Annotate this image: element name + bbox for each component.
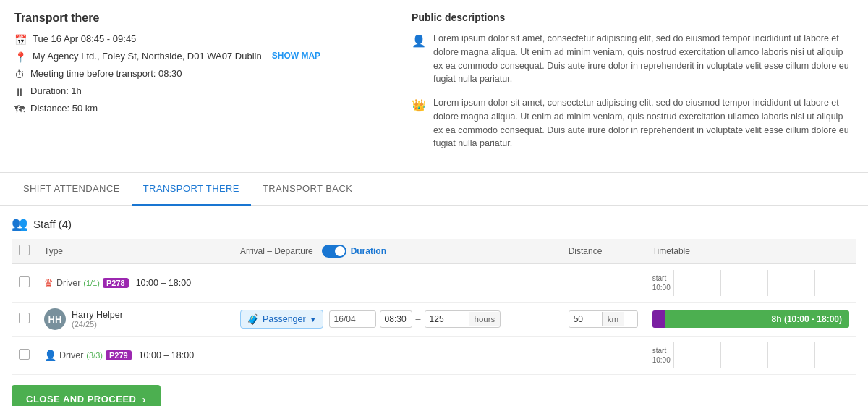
public-descriptions: Public descriptions 👤 Lorem ipsum dolor … [412, 12, 854, 161]
green-bar-segment: 8h (10:00 - 18:00) [665, 310, 849, 328]
harry-sub: (24/25) [72, 320, 123, 329]
row3-checkbox[interactable] [19, 349, 30, 360]
toggle-knob [335, 246, 345, 256]
col-checkbox [12, 239, 37, 264]
divider-2 [720, 270, 721, 296]
arrival-toggle-wrap: Arrival – Departure Duration [240, 245, 554, 258]
transport-date-row: 📅 Tue 16 Apr 08:45 - 09:45 [14, 33, 383, 46]
driver-badge-1: ♛ Driver (1/1) P278 10:00 – 18:00 [44, 277, 191, 289]
staff-group-icon: 👥 [12, 216, 27, 232]
tab-shift-attendance[interactable]: SHIFT ATTENDANCE [12, 173, 132, 206]
transport-date: Tue 16 Apr 08:45 - 09:45 [33, 33, 136, 44]
passenger-label: Passenger [263, 314, 306, 324]
row3-checkbox-cell [12, 337, 37, 375]
duration-input[interactable] [425, 311, 469, 327]
passenger-select[interactable]: 🧳 Passenger ▼ [240, 310, 323, 329]
table-row: 👤 Driver (3/3) P279 10:00 – 18:00 [12, 337, 856, 375]
divider-r3-2 [720, 342, 721, 368]
suitcase-icon: 🧳 [247, 313, 259, 325]
duration-input-wrap: hours [425, 310, 501, 328]
duration-icon: ⏸ [14, 86, 25, 98]
row2-checkbox[interactable] [19, 313, 30, 323]
transport-location-row: 📍 My Agency Ltd., Foley St, Northside, D… [14, 51, 383, 63]
duration-toggle[interactable] [322, 245, 346, 258]
divider-r3-1 [673, 342, 674, 368]
close-and-proceed-button[interactable]: CLOSE AND PROCEED › [12, 385, 161, 406]
staff-title: Staff (4) [33, 218, 72, 230]
row2-checkbox-cell [12, 303, 37, 337]
harry-avatar: HH [44, 308, 66, 330]
bar-time-label: 8h (10:00 - 18:00) [772, 314, 842, 324]
row3-distance-cell [561, 337, 645, 375]
arrival-departure-label: Arrival – Departure [240, 246, 313, 256]
row2-arrival-wrap: 🧳 Passenger ▼ – hours [240, 310, 554, 329]
harry-timetable-bar: 8h (10:00 - 18:00) [652, 310, 849, 328]
meeting-time-row: ⏱ Meeting time before transport: 08:30 [14, 68, 383, 80]
row3-start-wrap: start 10:00 [652, 346, 671, 365]
harry-info: HH Harry Helper (24/25) [44, 308, 226, 330]
meeting-time: Meeting time before transport: 08:30 [30, 68, 182, 79]
row1-distance-cell [561, 264, 645, 303]
row3-fraction: (3/3) [86, 351, 103, 360]
transport-duration: Duration: 1h [30, 85, 82, 96]
person-icon-3: 👤 [44, 350, 56, 361]
col-timetable-header: Timetable [645, 239, 856, 264]
table-row: HH Harry Helper (24/25) 🧳 Passenger [12, 303, 856, 337]
row1-fraction: (1/1) [83, 279, 100, 287]
divider-1 [673, 270, 674, 296]
transport-location: My Agency Ltd., Foley St, Northside, D01… [33, 51, 262, 62]
row1-driver-label: Driver [56, 278, 80, 288]
staff-table: Type Arrival – Departure Duration Distan… [12, 239, 856, 375]
close-btn-label: CLOSE AND PROCEED [26, 394, 136, 405]
row1-checkbox-cell [12, 264, 37, 303]
row2-type-select-cell: 🧳 Passenger ▼ – hours [233, 303, 561, 337]
duration-label: Duration [351, 246, 386, 256]
desc-item-2: 👑 Lorem ipsum dolor sit amet, consectetu… [412, 96, 854, 151]
row3-timetable-cell: start 10:00 [645, 337, 856, 375]
desc-text-2: Lorem ipsum dolor sit amet, consectetur … [433, 96, 854, 151]
row3-start-label: start 10:00 [652, 346, 671, 365]
row1-timetable: start 10:00 [652, 270, 849, 296]
clock-icon: ⏱ [14, 69, 25, 80]
transport-title: Transport there [14, 12, 383, 25]
purple-bar-segment [652, 310, 665, 328]
col-distance-header: Distance [561, 239, 645, 264]
arrival-date-input[interactable] [329, 310, 376, 328]
arrival-time-input[interactable] [380, 310, 412, 328]
row1-type-cell: ♛ Driver (1/1) P278 10:00 – 18:00 [37, 264, 233, 303]
select-all-checkbox[interactable] [19, 245, 30, 255]
row1-checkbox[interactable] [19, 276, 30, 287]
staff-table-body: ♛ Driver (1/1) P278 10:00 – 18:00 [12, 264, 856, 375]
row1-time: 10:00 – 18:00 [136, 278, 191, 288]
row2-type-cell: HH Harry Helper (24/25) [37, 303, 233, 337]
public-desc-title: Public descriptions [412, 12, 854, 23]
row2-distance-cell: km [561, 303, 645, 337]
tabs-bar: SHIFT ATTENDANCE TRANSPORT THERE TRANSPO… [0, 173, 868, 206]
table-header: Type Arrival – Departure Duration Distan… [12, 239, 856, 264]
show-map-link[interactable]: SHOW MAP [272, 51, 320, 61]
distance-input-wrap: km [569, 310, 638, 328]
tab-transport-there[interactable]: TRANSPORT THERE [132, 173, 251, 206]
divider-r3-3 [767, 342, 768, 368]
desc-item-1: 👤 Lorem ipsum dolor sit amet, consectetu… [412, 32, 854, 86]
transport-info: Transport there 📅 Tue 16 Apr 08:45 - 09:… [14, 12, 383, 161]
distance-row: 🗺 Distance: 50 km [14, 103, 383, 115]
person-desc-icon: 👤 [412, 33, 426, 86]
distance-input[interactable] [569, 311, 602, 327]
col-arrival-header: Arrival – Departure Duration [233, 239, 561, 264]
divider-3 [767, 270, 768, 296]
chevron-down-icon: ▼ [310, 316, 317, 323]
duration-row: ⏸ Duration: 1h [14, 85, 383, 98]
staff-section: 👥 Staff (4) Type Arrival – Departure [0, 206, 868, 375]
row3-arrival-cell [233, 337, 561, 375]
tab-transport-back[interactable]: TRANSPORT BACK [251, 173, 364, 206]
close-btn-arrow-icon: › [142, 393, 146, 405]
row1-timetable-cell: start 10:00 [645, 264, 856, 303]
arrival-dash: – [416, 314, 421, 324]
row3-time: 10:00 – 18:00 [139, 350, 194, 360]
desc-text-1: Lorem ipsum dolor sit amet, consectetur … [433, 32, 854, 86]
row1-start-wrap: start 10:00 [652, 274, 671, 292]
table-row: ♛ Driver (1/1) P278 10:00 – 18:00 [12, 264, 856, 303]
crown-icon-1: ♛ [44, 277, 54, 289]
row1-start-label: start 10:00 [652, 274, 671, 292]
